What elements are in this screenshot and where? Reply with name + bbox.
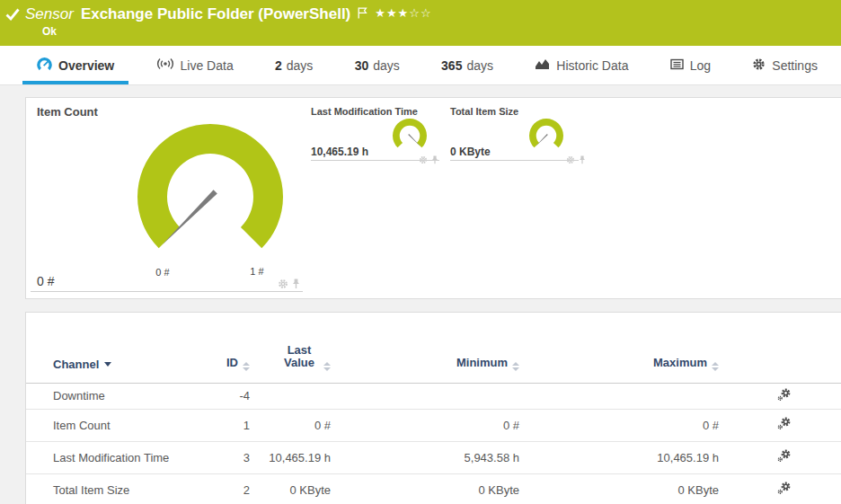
channel-settings-icon[interactable] — [776, 448, 792, 466]
channels-table: Channel ID Last Value Minimum Maximum Do… — [26, 313, 841, 504]
tab-historic-data[interactable]: Historic Data — [520, 46, 642, 84]
live-data-icon — [156, 57, 174, 73]
panel-divider — [311, 160, 439, 161]
sort-icon — [512, 362, 519, 371]
channel-last-value: 0 # — [250, 409, 331, 441]
channel-minimum: 5,943.58 h — [331, 441, 519, 473]
column-header-last-value[interactable]: Last Value — [250, 313, 331, 383]
total-item-size-gauge — [528, 118, 564, 152]
priority-stars[interactable]: ★★★☆☆ — [375, 6, 431, 20]
tab-label: Settings — [772, 58, 818, 73]
column-label: Last Value — [279, 344, 319, 369]
pin-icon[interactable] — [579, 152, 586, 168]
channel-name[interactable]: Last Modification Time — [26, 441, 206, 473]
gauge-title-total-item-size: Total Item Size — [450, 106, 518, 117]
column-header-minimum[interactable]: Minimum — [331, 313, 519, 383]
channel-last-value: 10,465.19 h — [250, 441, 331, 473]
tab-365-days[interactable]: 365 days — [427, 46, 508, 84]
tab-number: 365 — [441, 58, 462, 73]
table-row: Last Modification Time 3 10,465.19 h 5,9… — [26, 441, 841, 473]
tab-label: days — [466, 58, 493, 73]
tab-live-data[interactable]: Live Data — [142, 46, 248, 84]
tab-label: Live Data — [181, 58, 234, 73]
tab-30-days[interactable]: 30 days — [341, 46, 414, 84]
tab-label: Overview — [58, 58, 114, 73]
column-header-id[interactable]: ID — [206, 313, 250, 383]
channel-last-value — [250, 383, 331, 409]
channel-id: 1 — [206, 409, 250, 441]
tab-label: days — [287, 58, 314, 73]
sort-icon — [323, 362, 331, 371]
gauge-min-label: 0 # — [143, 267, 182, 278]
channel-minimum — [331, 383, 519, 409]
last-modification-time-gauge — [392, 118, 428, 152]
page-title: Exchange Public Folder (PowerShell) — [81, 5, 350, 23]
sort-icon — [712, 362, 719, 371]
channel-maximum: 0 # — [519, 409, 719, 441]
channel-id: 3 — [206, 441, 250, 473]
column-header-maximum[interactable]: Maximum — [519, 313, 719, 383]
column-label: Channel — [53, 358, 99, 371]
object-kind-label: Sensor — [25, 5, 74, 23]
table-row: Total Item Size 2 0 KByte 0 KByte 0 KByt… — [26, 473, 841, 504]
table-row: Item Count 1 0 # 0 # 0 # — [26, 409, 841, 441]
historic-data-icon — [535, 58, 550, 73]
column-header-actions — [719, 313, 841, 383]
tab-number: 30 — [355, 58, 369, 73]
panel-divider — [450, 160, 579, 161]
gauge-title-item-count: Item Count — [37, 105, 98, 119]
channel-minimum: 0 # — [331, 409, 519, 441]
channels-card: Channel ID Last Value Minimum Maximum Do… — [25, 312, 841, 504]
channel-id: 2 — [206, 473, 250, 504]
column-header-channel[interactable]: Channel — [26, 313, 206, 383]
gauge-max-label: 1 # — [237, 266, 277, 277]
tab-bar: Overview Live Data 2 days 30 days 365 da… — [0, 46, 841, 85]
item-count-gauge — [134, 120, 287, 254]
channel-settings-icon[interactable] — [776, 416, 792, 434]
sort-desc-icon — [104, 362, 111, 367]
gauges-card: Item Count 0 # 1 # 0 # Last Modification… — [25, 97, 841, 299]
column-label: ID — [226, 356, 238, 369]
tab-number: 2 — [275, 58, 282, 73]
gauge-current-value: 0 KByte — [450, 146, 491, 158]
status-check-icon — [5, 8, 20, 24]
gear-icon — [752, 57, 766, 74]
column-label: Maximum — [653, 356, 707, 369]
panel-divider — [31, 291, 303, 292]
status-badge: Ok — [42, 25, 57, 38]
gauge-icon — [37, 57, 52, 74]
channel-settings-icon[interactable] — [776, 481, 792, 499]
column-label: Minimum — [456, 356, 508, 369]
log-icon — [670, 58, 684, 73]
stars-filled[interactable]: ★★★ — [375, 6, 409, 20]
prtg-sensor-page: { "header": { "kind_label": "Sensor", "t… — [0, 0, 841, 504]
tab-label: days — [373, 58, 400, 73]
gauge-current-value: 0 # — [37, 274, 54, 288]
channel-id: -4 — [206, 383, 250, 409]
sort-icon — [243, 362, 250, 371]
tab-label: Log — [690, 58, 711, 73]
flag-icon[interactable] — [358, 6, 367, 22]
channel-maximum: 0 KByte — [519, 473, 719, 504]
channel-maximum — [519, 383, 719, 409]
tab-2-days[interactable]: 2 days — [261, 46, 327, 84]
tab-label: Historic Data — [556, 58, 628, 73]
table-header-row: Channel ID Last Value Minimum Maximum — [26, 313, 841, 383]
channel-settings-icon[interactable] — [776, 387, 792, 405]
channel-name[interactable]: Downtime — [26, 383, 206, 409]
table-row: Downtime -4 — [26, 383, 841, 409]
tab-overview[interactable]: Overview — [22, 46, 128, 84]
sensor-header: Sensor Exchange Public Folder (PowerShel… — [0, 0, 841, 46]
gauge-title-last-modification-time: Last Modification Time — [311, 106, 418, 117]
tab-settings[interactable]: Settings — [738, 46, 832, 84]
channel-minimum: 0 KByte — [331, 473, 519, 504]
tab-log[interactable]: Log — [656, 46, 725, 84]
channel-maximum: 10,465.19 h — [519, 441, 719, 473]
channel-name[interactable]: Total Item Size — [26, 473, 206, 504]
stars-empty[interactable]: ☆☆ — [409, 6, 431, 20]
gauge-current-value: 10,465.19 h — [311, 146, 368, 158]
channel-name[interactable]: Item Count — [26, 409, 206, 441]
channel-last-value: 0 KByte — [250, 473, 331, 504]
